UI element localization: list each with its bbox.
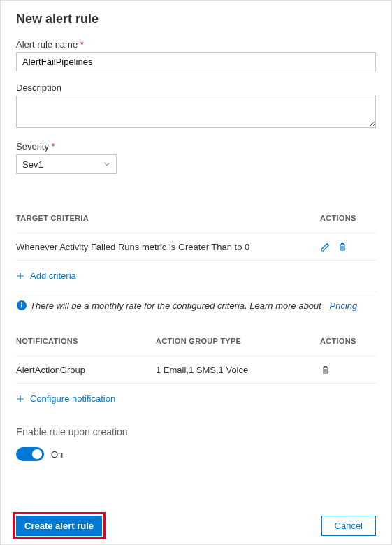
pricing-link[interactable]: Pricing (330, 300, 358, 311)
chevron-down-icon (103, 161, 110, 168)
notification-name: AlertActionGroup (16, 365, 156, 375)
severity-label: Severity * (16, 141, 376, 152)
delete-icon[interactable] (320, 364, 331, 375)
delete-icon[interactable] (337, 241, 348, 252)
criteria-header-target: TARGET CRITERIA (16, 208, 320, 229)
notifications-table: NOTIFICATIONS ACTION GROUP TYPE ACTIONS … (16, 328, 376, 414)
svg-point-1 (21, 302, 22, 303)
cancel-button[interactable]: Cancel (321, 516, 376, 536)
alert-name-label: Alert rule name * (16, 39, 376, 50)
page-title: New alert rule (16, 12, 376, 27)
severity-select[interactable]: Sev1 (16, 154, 117, 174)
toggle-state-label: On (51, 449, 63, 460)
plus-icon (16, 395, 24, 403)
notifications-header: NOTIFICATIONS (16, 331, 156, 352)
info-icon (16, 300, 27, 311)
criteria-row: Whenever Activity Failed Runs metric is … (16, 233, 376, 261)
description-textarea[interactable] (16, 96, 376, 128)
action-group-type-header: ACTION GROUP TYPE (156, 331, 320, 352)
criteria-table: TARGET CRITERIA ACTIONS Whenever Activit… (16, 205, 376, 291)
severity-value: Sev1 (22, 159, 43, 170)
enable-toggle[interactable] (16, 447, 44, 461)
notifications-actions-header: ACTIONS (320, 331, 376, 352)
svg-rect-2 (21, 305, 22, 308)
description-label: Description (16, 82, 376, 93)
notification-row: AlertActionGroup 1 Email,1 SMS,1 Voice (16, 356, 376, 384)
configure-notification-button[interactable]: Configure notification (16, 384, 376, 414)
enable-rule-label: Enable rule upon creation (16, 426, 376, 437)
create-alert-rule-button[interactable]: Create alert rule (16, 516, 102, 536)
criteria-text: Whenever Activity Failed Runs metric is … (16, 242, 320, 252)
add-criteria-button[interactable]: Add criteria (16, 261, 376, 291)
pricing-info: There will be a monthly rate for the con… (16, 291, 376, 328)
alert-name-input[interactable] (16, 52, 376, 71)
criteria-header-actions: ACTIONS (320, 208, 376, 229)
notification-type: 1 Email,1 SMS,1 Voice (156, 365, 320, 375)
plus-icon (16, 272, 24, 280)
edit-icon[interactable] (320, 241, 331, 252)
